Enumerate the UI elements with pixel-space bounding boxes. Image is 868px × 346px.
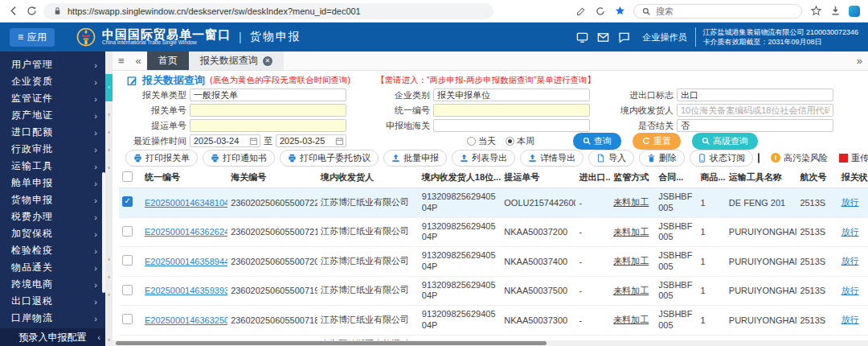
sidebar-item[interactable]: 企业资质› bbox=[0, 73, 105, 90]
status-link[interactable]: 放行 bbox=[841, 197, 859, 207]
tab-declaration-query[interactable]: 报关数据查询 ✕ bbox=[189, 51, 284, 70]
row-checkbox[interactable] bbox=[122, 226, 133, 237]
status-link[interactable]: 放行 bbox=[841, 315, 859, 324]
sidebar-item[interactable]: 舱单申报› bbox=[0, 175, 105, 192]
collapse-handle-active[interactable]: ‹ bbox=[105, 74, 113, 101]
browser-search[interactable] bbox=[633, 4, 802, 19]
download-icon[interactable] bbox=[829, 6, 841, 17]
back-icon[interactable] bbox=[8, 6, 19, 17]
browser-search-input[interactable] bbox=[656, 6, 776, 16]
radio-week[interactable]: 本周 bbox=[506, 135, 534, 147]
tab-menu-icon[interactable]: ≡ bbox=[113, 51, 130, 70]
date-from-input[interactable] bbox=[190, 134, 260, 147]
sidebar-item[interactable]: 跨境电商› bbox=[0, 276, 105, 293]
sidebar-item[interactable]: 运输工具› bbox=[0, 158, 105, 175]
status-link[interactable]: 放行 bbox=[841, 256, 859, 266]
unified-no-link[interactable]: E20250001463593935 bbox=[145, 286, 227, 295]
collapse-handle[interactable]: ‹ bbox=[105, 335, 113, 346]
column-header[interactable]: 报关状态 bbox=[838, 167, 868, 188]
import-button[interactable]: 导入 bbox=[588, 150, 634, 167]
radio-today[interactable]: 当天 bbox=[467, 135, 496, 147]
reset-button[interactable]: 重置 bbox=[633, 133, 681, 150]
sidebar-item[interactable]: 原产地证› bbox=[0, 107, 105, 124]
closed-flag-input[interactable] bbox=[677, 119, 833, 132]
table-row[interactable]: E20250001463589441236020250605500720江苏博汇… bbox=[119, 247, 868, 277]
sidebar-item[interactable]: 进口配额› bbox=[0, 124, 105, 141]
refresh-icon[interactable] bbox=[26, 6, 37, 17]
apps-menu-button[interactable]: ≡ 应用 bbox=[10, 28, 55, 47]
sidebar-item[interactable]: 物品通关› bbox=[0, 259, 105, 276]
status-subscribe-button[interactable]: 状态订阅 bbox=[690, 150, 753, 167]
sidebar-item[interactable]: 货物申报› bbox=[0, 192, 105, 208]
batch-declare-button[interactable]: 批量申报 bbox=[383, 150, 447, 167]
column-header[interactable]: 监管方式 bbox=[610, 167, 655, 188]
status-subscribe-checkbox[interactable] bbox=[758, 153, 760, 163]
table-row[interactable]: E20250001463626241236020250605500721江苏博汇… bbox=[119, 217, 868, 247]
sidebar-item[interactable]: 口岸物流› bbox=[0, 310, 105, 327]
sidebar-item[interactable]: 行政审批› bbox=[0, 141, 105, 158]
unified-no-link[interactable]: E20250001463589441 bbox=[145, 257, 227, 266]
column-header[interactable]: 海关编号 bbox=[227, 167, 317, 188]
tabs-scroll-left-icon[interactable]: « bbox=[130, 51, 147, 70]
unified-no-link[interactable]: E20250001463626241 bbox=[145, 227, 227, 237]
row-checkbox[interactable] bbox=[122, 255, 133, 266]
collapse-handle[interactable]: ‹ bbox=[105, 290, 113, 301]
sidebar-item-prerecord-config[interactable]: 预录入申报配置 ‹ bbox=[0, 328, 105, 346]
date-to-input[interactable] bbox=[276, 134, 346, 147]
advanced-search-button[interactable]: 高级查询 bbox=[692, 133, 758, 150]
detail-export-button[interactable]: 详情导出 bbox=[520, 150, 583, 167]
desktop-icon[interactable] bbox=[576, 31, 588, 43]
column-header[interactable]: 进出口... bbox=[575, 167, 610, 188]
decl-type-input[interactable] bbox=[190, 89, 346, 101]
list-export-button[interactable]: 列表导出 bbox=[452, 150, 515, 167]
unified-no-link[interactable]: E20250001463481049 bbox=[145, 198, 227, 208]
print-notice-button[interactable]: 打印通知书 bbox=[203, 150, 275, 167]
sidebar-item[interactable]: 加贸保税› bbox=[0, 225, 105, 242]
print-declaration-button[interactable]: 打印报关单 bbox=[125, 150, 198, 167]
horizontal-scrollbar[interactable] bbox=[113, 340, 868, 346]
ie-flag-input[interactable] bbox=[677, 89, 833, 101]
collapse-handle[interactable]: ‹ bbox=[105, 127, 113, 138]
tabs-scroll-right-icon[interactable]: » bbox=[851, 51, 868, 70]
collapse-handle[interactable]: ‹ bbox=[105, 109, 113, 121]
sidebar-item[interactable]: 用户管理› bbox=[0, 56, 105, 73]
sidebar-item[interactable]: 出口退税› bbox=[0, 293, 105, 310]
collapse-handle[interactable]: ‹ bbox=[105, 254, 113, 266]
browser-profile-icon[interactable] bbox=[849, 6, 860, 17]
unified-no-link[interactable]: E20250001463632507 bbox=[145, 315, 227, 325]
sidebar-item[interactable]: 税费办理› bbox=[0, 208, 105, 225]
sidebar-item[interactable]: 检验检疫› bbox=[0, 242, 105, 259]
scrollbar-thumb[interactable] bbox=[116, 341, 547, 345]
status-link[interactable]: 放行 bbox=[841, 227, 859, 237]
column-header[interactable]: 统一编号 bbox=[141, 167, 227, 188]
sync-icon[interactable] bbox=[595, 6, 606, 17]
column-header[interactable]: 商品... bbox=[697, 167, 725, 188]
table-row[interactable]: E20250001463632507236020250605500718江苏博汇… bbox=[119, 306, 868, 336]
company-category-input[interactable] bbox=[433, 89, 590, 101]
sidebar-item[interactable]: 监管证件› bbox=[0, 90, 105, 107]
customs-district-input[interactable] bbox=[433, 119, 590, 132]
column-header[interactable]: 提运单号 bbox=[501, 167, 575, 188]
row-checkbox[interactable] bbox=[122, 196, 133, 207]
delete-button[interactable]: 删除 bbox=[639, 150, 685, 167]
row-checkbox[interactable] bbox=[122, 285, 133, 295]
column-header[interactable]: 境内收发货人18位... bbox=[419, 167, 502, 188]
table-row[interactable]: E20250001463481049236020250605500722江苏博汇… bbox=[119, 188, 868, 218]
bl-no-input[interactable] bbox=[190, 119, 346, 132]
close-tab-icon[interactable]: ✕ bbox=[263, 56, 272, 66]
domestic-party-input[interactable] bbox=[677, 104, 833, 117]
column-header[interactable]: 运输工具名称 bbox=[726, 167, 797, 188]
mail-icon[interactable] bbox=[597, 31, 609, 43]
status-link[interactable]: 放行 bbox=[841, 286, 859, 295]
search-button[interactable]: 查询 bbox=[573, 133, 621, 150]
favorite-star-icon[interactable] bbox=[614, 6, 625, 17]
column-header[interactable]: 境内收发货人 bbox=[317, 167, 419, 188]
collapse-handle[interactable]: ‹ bbox=[105, 272, 113, 283]
decl-no-input[interactable] bbox=[190, 104, 346, 117]
table-row[interactable]: E20250001463593935236020250605500719江苏博汇… bbox=[119, 276, 868, 306]
select-all-checkbox[interactable] bbox=[122, 171, 133, 182]
column-header[interactable]: 航次号 bbox=[796, 167, 837, 188]
unified-no-input[interactable] bbox=[433, 104, 590, 117]
edit-icon[interactable] bbox=[575, 6, 587, 17]
tab-home[interactable]: 首页 bbox=[147, 51, 189, 70]
